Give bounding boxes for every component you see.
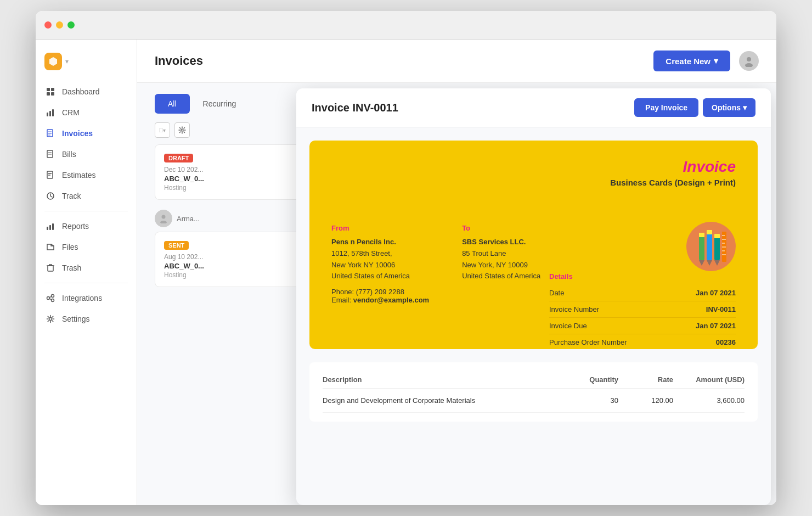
invoice-subtitle: Business Cards (Design + Print) (610, 178, 736, 187)
detail-label-number: Invoice Number (549, 305, 599, 313)
detail-label-po: Purchase Order Number (549, 338, 627, 346)
track-icon (46, 191, 55, 201)
reports-icon (46, 221, 55, 231)
from-email: Email: vendor@example.com (331, 296, 429, 304)
sidebar-item-trash[interactable]: Trash (36, 257, 137, 278)
select-all-checkbox[interactable]: □ ▾ (155, 122, 170, 138)
sidebar-item-files[interactable]: Files (36, 237, 137, 257)
svg-marker-42 (714, 260, 720, 266)
svg-point-30 (747, 57, 751, 61)
main-area: Invoices Create New ▾ (137, 40, 776, 505)
sidebar-item-invoices[interactable]: Invoices (36, 123, 137, 144)
table-header-row: Description Quantity Rate Amount (USD) (323, 371, 745, 389)
sidebar-item-reports[interactable]: Reports (36, 216, 137, 237)
modal-header: Invoice INV-0011 Pay Invoice Options ▾ (296, 88, 771, 127)
svg-point-31 (745, 63, 753, 67)
svg-rect-43 (714, 234, 720, 238)
sidebar-label-files: Files (62, 243, 78, 251)
svg-rect-1 (47, 88, 50, 91)
svg-rect-38 (707, 230, 712, 260)
svg-rect-40 (707, 230, 712, 234)
row-description: Design and Development of Corporate Mate… (323, 396, 563, 405)
sidebar-item-integrations[interactable]: Integrations (36, 288, 137, 309)
to-country: United States of America (462, 272, 540, 280)
svg-rect-21 (52, 223, 54, 230)
checkbox-chevron: ▾ (163, 127, 166, 133)
tab-recurring[interactable]: Recurring (190, 94, 250, 114)
invoice-from: From Pens n Pencils Inc. 1012, 578th Str… (331, 224, 429, 304)
from-phone: Phone: (777) 209 2288 (331, 288, 404, 296)
main-header: Invoices Create New ▾ (137, 40, 776, 83)
to-address2: New York, NY 10009 (462, 261, 528, 269)
col-header-rate: Rate (618, 375, 673, 384)
pay-invoice-button[interactable]: Pay Invoice (634, 98, 698, 117)
invoice-to: To SBS Services LLC. 85 Trout Lane New Y… (462, 224, 540, 304)
svg-marker-39 (707, 260, 712, 266)
sidebar-label-estimates: Estimates (62, 171, 95, 180)
logo-chevron-icon: ▾ (65, 58, 69, 65)
fullscreen-button[interactable] (67, 21, 75, 29)
contact-name: Arma... (177, 215, 200, 223)
options-button[interactable]: Options ▾ (703, 98, 755, 117)
svg-rect-7 (52, 109, 54, 116)
detail-val-due: Jan 07 2021 (696, 322, 736, 330)
to-company: SBS Services LLC. (462, 238, 526, 246)
sidebar-nav: Dashboard CRM (36, 81, 137, 329)
sidebar-item-crm[interactable]: CRM (36, 102, 137, 123)
header-right: Create New ▾ (653, 51, 759, 71)
bulk-actions-button[interactable] (174, 122, 190, 138)
invoices-icon (46, 128, 55, 138)
details-row-po: Purchase Order Number 00236 (549, 334, 736, 350)
sidebar-divider-1 (44, 211, 128, 211)
row-quantity: 30 (563, 396, 618, 405)
window-body: ▾ Dashboard (36, 40, 776, 505)
svg-rect-20 (49, 225, 51, 230)
sidebar-label-integrations: Integrations (62, 294, 102, 302)
sidebar-item-bills[interactable]: Bills (36, 144, 137, 165)
traffic-lights (44, 21, 75, 29)
sidebar-item-settings[interactable]: Settings (36, 309, 137, 329)
sidebar-item-estimates[interactable]: Estimates (36, 165, 137, 186)
details-label: Details (549, 272, 736, 281)
to-address1: 85 Trout Lane (462, 249, 506, 257)
modal-actions: Pay Invoice Options ▾ (634, 98, 755, 117)
invoice-yellow-section: Invoice Business Cards (Design + Print) (309, 141, 758, 349)
svg-rect-22 (48, 266, 53, 271)
detail-val-number: INV-0011 (706, 305, 736, 313)
from-label: From (331, 224, 429, 232)
detail-label-date: Date (549, 289, 564, 297)
sidebar-item-track[interactable]: Track (36, 186, 137, 206)
from-address2: New York NY 10006 (331, 261, 395, 269)
app-window: ▾ Dashboard (36, 11, 776, 505)
tab-all[interactable]: All (155, 94, 190, 114)
sidebar-label-trash: Trash (62, 263, 81, 272)
row-amount: 3,600.00 (673, 396, 745, 405)
svg-rect-4 (51, 92, 54, 96)
trash-icon (46, 263, 55, 273)
minimize-button[interactable] (56, 21, 63, 29)
sidebar-label-track: Track (62, 192, 81, 200)
user-avatar[interactable] (739, 51, 759, 71)
col-header-quantity: Quantity (563, 375, 618, 384)
svg-point-25 (52, 295, 54, 298)
details-row-number: Invoice Number INV-0011 (549, 301, 736, 318)
svg-rect-6 (49, 111, 51, 116)
sidebar-item-dashboard[interactable]: Dashboard (36, 81, 137, 102)
create-new-label: Create New (666, 57, 710, 66)
row-rate: 120.00 (618, 396, 673, 405)
svg-point-32 (181, 129, 183, 131)
svg-line-28 (50, 299, 52, 300)
svg-rect-2 (51, 88, 54, 91)
svg-line-27 (50, 296, 52, 298)
sidebar-label-dashboard: Dashboard (62, 87, 100, 96)
to-label: To (462, 224, 540, 232)
col-header-description: Description (323, 375, 563, 384)
sidebar-label-bills: Bills (62, 150, 76, 159)
settings-icon (46, 314, 55, 324)
from-email-val: vendor@example.com (353, 296, 429, 304)
draft-badge: DRAFT (164, 154, 193, 162)
from-text: Pens n Pencils Inc. 1012, 578th Street, … (331, 237, 429, 282)
close-button[interactable] (44, 21, 52, 29)
create-new-button[interactable]: Create New ▾ (653, 51, 730, 71)
dashboard-icon (46, 87, 55, 97)
